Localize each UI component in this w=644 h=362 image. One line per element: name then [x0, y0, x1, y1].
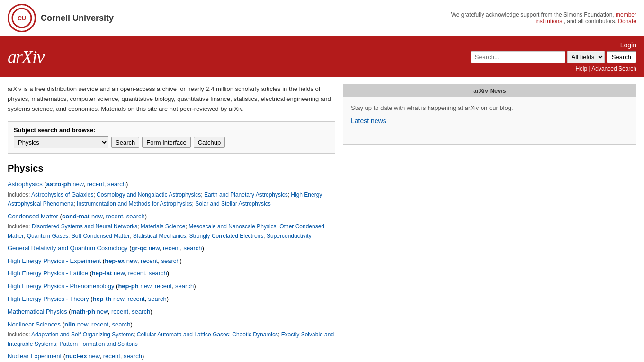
cond-mat-recent[interactable]: recent — [106, 213, 123, 220]
nlin-search[interactable]: search — [112, 321, 130, 328]
subject-search-button[interactable]: Search — [111, 137, 139, 148]
hep-th-recent[interactable]: recent — [127, 295, 144, 302]
search-input[interactable] — [471, 51, 565, 63]
list-item: Nonlinear Sciences (nlin new, recent, se… — [8, 320, 335, 349]
nlin-includes: includes: Adaptation and Self-Organizing… — [8, 330, 335, 348]
list-item: Nuclear Experiment (nucl-ex new, recent,… — [8, 352, 335, 362]
hep-ex-new[interactable]: new — [126, 257, 137, 264]
hep-ex-search[interactable]: search — [161, 257, 179, 264]
gr-qc-search[interactable]: search — [183, 244, 202, 252]
hep-ex-link[interactable]: High Energy Physics - Experiment — [8, 257, 101, 264]
nucl-ex-search[interactable]: search — [124, 353, 142, 360]
subject-search-label: Subject search and browse: — [14, 127, 329, 134]
hep-ex-code[interactable]: hep-ex — [105, 257, 125, 264]
hep-lat-recent[interactable]: recent — [128, 270, 145, 277]
latest-news-link[interactable]: Latest news — [351, 117, 386, 125]
advanced-search-link[interactable]: Advanced Search — [591, 65, 636, 72]
nlin-link[interactable]: Nonlinear Sciences — [8, 321, 61, 328]
math-ph-new[interactable]: new — [97, 308, 108, 315]
subject-search-box: Subject search and browse: Physics Mathe… — [8, 121, 335, 154]
physics-heading: Physics — [8, 163, 335, 174]
list-item: Mathematical Physics (math-ph new, recen… — [8, 307, 335, 317]
news-panel-header: arXiv News — [343, 85, 636, 97]
cond-mat-new[interactable]: new — [91, 213, 102, 220]
left-column: arXiv is a free distribution service and… — [8, 84, 335, 362]
login-link[interactable]: Login — [620, 41, 636, 49]
list-item: High Energy Physics - Phenomenology (hep… — [8, 281, 335, 291]
hep-lat-code[interactable]: hep-lat — [92, 270, 112, 277]
nlin-new[interactable]: new — [77, 321, 88, 328]
donate-link[interactable]: Donate — [618, 18, 636, 25]
and-all-text: , and all contributors. — [564, 18, 617, 25]
astro-includes: includes: Astrophysics of Galaxies; Cosm… — [8, 190, 335, 208]
search-row: All fields Title Author Abstract Search — [471, 51, 636, 63]
svg-text:CU: CU — [18, 15, 26, 22]
hep-ph-recent[interactable]: recent — [155, 282, 172, 290]
hep-lat-new[interactable]: new — [114, 270, 125, 277]
list-item: Astrophysics (astro-ph new, recent, sear… — [8, 180, 335, 208]
logo-area: CU Cornell University — [8, 4, 114, 32]
astro-ph-search[interactable]: search — [107, 181, 126, 188]
list-item: High Energy Physics - Experiment (hep-ex… — [8, 256, 335, 266]
hep-lat-link[interactable]: High Energy Physics - Lattice — [8, 270, 88, 277]
top-banner: CU Cornell University We gratefully ackn… — [0, 0, 644, 36]
cornell-logo: CU — [8, 4, 36, 32]
hep-ph-search[interactable]: search — [175, 282, 194, 290]
list-item: High Energy Physics - Lattice (hep-lat n… — [8, 269, 335, 279]
physics-list: Astrophysics (astro-ph new, recent, sear… — [8, 180, 335, 362]
gr-qc-new[interactable]: new — [149, 244, 160, 252]
astro-ph-new[interactable]: new — [72, 181, 83, 188]
hep-ph-new[interactable]: new — [140, 282, 151, 290]
physics-section: Physics Astrophysics (astro-ph new, rece… — [8, 163, 335, 362]
math-ph-code[interactable]: math-ph — [71, 308, 95, 315]
hep-th-new[interactable]: new — [113, 295, 124, 302]
hep-lat-search[interactable]: search — [149, 270, 167, 277]
list-item: Condensed Matter (cond-mat new, recent, … — [8, 212, 335, 241]
math-ph-search[interactable]: search — [132, 308, 150, 315]
hep-ph-code[interactable]: hep-ph — [118, 282, 138, 290]
main-content: arXiv is a free distribution service and… — [0, 77, 644, 362]
header-search-button[interactable]: Search — [607, 51, 636, 63]
news-panel-body: Stay up to date with what is happening a… — [343, 97, 636, 144]
cond-mat-includes: includes: Disordered Systems and Neural … — [8, 222, 335, 240]
nucl-ex-new[interactable]: new — [89, 353, 99, 360]
nucl-ex-link[interactable]: Nuclear Experiment — [8, 353, 62, 360]
news-panel: arXiv News Stay up to date with what is … — [343, 84, 636, 145]
nlin-recent[interactable]: recent — [91, 321, 108, 328]
math-ph-link[interactable]: Mathematical Physics — [8, 308, 67, 315]
cond-mat-search[interactable]: search — [126, 213, 145, 220]
nlin-code[interactable]: nlin — [64, 321, 75, 328]
field-select[interactable]: All fields Title Author Abstract — [567, 51, 605, 63]
subject-select[interactable]: Physics Mathematics Computer Science Qua… — [14, 136, 108, 148]
subject-row: Physics Mathematics Computer Science Qua… — [14, 136, 329, 148]
hep-ex-recent[interactable]: recent — [141, 257, 158, 264]
hep-th-code[interactable]: hep-th — [93, 295, 112, 302]
gr-qc-code[interactable]: gr-qc — [132, 244, 147, 252]
hep-th-link[interactable]: High Energy Physics - Theory — [8, 295, 89, 302]
math-ph-recent[interactable]: recent — [111, 308, 128, 315]
gr-qc-link[interactable]: General Relativity and Quantum Cosmology — [8, 244, 128, 252]
header-right: Login All fields Title Author Abstract S… — [471, 41, 636, 72]
list-item: High Energy Physics - Theory (hep-th new… — [8, 294, 335, 304]
hep-ph-link[interactable]: High Energy Physics - Phenomenology — [8, 282, 114, 290]
news-body-text: Stay up to date with what is happening a… — [351, 104, 628, 111]
catchup-button[interactable]: Catchup — [194, 137, 225, 148]
cond-mat-code-link[interactable]: cond-mat — [62, 213, 90, 220]
cornell-name: Cornell University — [41, 13, 114, 23]
right-column: arXiv News Stay up to date with what is … — [343, 84, 636, 362]
nucl-ex-recent[interactable]: recent — [103, 353, 120, 360]
gr-qc-recent[interactable]: recent — [163, 244, 180, 252]
top-right-acknowledgement: We gratefully acknowledge support from t… — [423, 11, 636, 25]
help-row: Help | Advanced Search — [575, 65, 636, 72]
astro-ph-recent[interactable]: recent — [87, 181, 104, 188]
hep-th-search[interactable]: search — [148, 295, 167, 302]
astro-ph-link[interactable]: astro-ph — [46, 181, 71, 188]
intro-text: arXiv is a free distribution service and… — [8, 84, 335, 114]
astrophysics-link[interactable]: Astrophysics — [8, 181, 43, 188]
cond-mat-link[interactable]: Condensed Matter — [8, 213, 58, 220]
red-header: arXiv Login All fields Title Author Abst… — [0, 36, 644, 77]
list-item: General Relativity and Quantum Cosmology… — [8, 244, 335, 253]
help-link[interactable]: Help — [575, 65, 587, 72]
form-interface-button[interactable]: Form Interface — [142, 137, 191, 148]
nucl-ex-code[interactable]: nucl-ex — [65, 353, 87, 360]
